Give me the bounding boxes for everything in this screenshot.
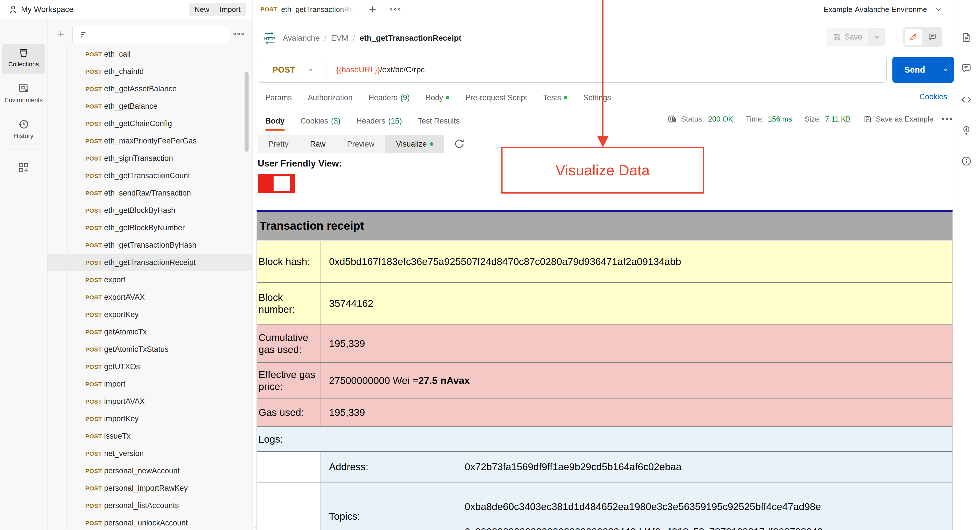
request-tab-authorization[interactable]: Authorization <box>308 93 353 102</box>
request-name: exportAVAX <box>104 293 145 302</box>
save-options-button[interactable] <box>869 28 885 46</box>
tab-more-options-icon[interactable] <box>389 7 402 11</box>
time-value[interactable]: 156 ms <box>768 115 792 123</box>
environments-icon[interactable] <box>0 82 47 94</box>
sidebar-item-personal-listaccounts[interactable]: POSTpersonal_listAccounts <box>48 497 252 514</box>
sidebar-item-eth-getassetbalance[interactable]: POSTeth_getAssetBalance <box>48 80 252 97</box>
sidebar-item-importavax[interactable]: POSTimportAVAX <box>48 393 252 410</box>
new-button[interactable]: New <box>189 3 215 16</box>
response-tab-test-results[interactable]: Test Results <box>418 110 460 131</box>
collections-icon[interactable] <box>0 47 47 59</box>
sidebar-item-issuetx[interactable]: POSTissueTx <box>48 428 252 445</box>
sidebar-item-eth-getbalance[interactable]: POSTeth_getBalance <box>48 97 252 115</box>
sidebar-item-personal-unlockaccount[interactable]: POSTpersonal_unlockAccount <box>48 514 252 530</box>
tab-label: Params <box>265 93 292 102</box>
documentation-icon[interactable] <box>961 32 972 43</box>
rail-item-environments[interactable]: Environments <box>0 96 47 104</box>
method-chevron-icon[interactable] <box>307 66 314 73</box>
sidebar-item-personal-newaccount[interactable]: POSTpersonal_newAccount <box>48 462 252 480</box>
request-tab-body[interactable]: Body <box>426 93 450 102</box>
sidebar-item-personal-importrawkey[interactable]: POSTpersonal_importRawKey <box>48 480 252 497</box>
url-input[interactable]: {{baseURL}}/ext/bc/C/rpc <box>336 65 425 74</box>
sidebar-item-export[interactable]: POSTexport <box>48 271 252 289</box>
sidebar-item-eth-gettransactionreceipt[interactable]: POSTeth_getTransactionReceipt <box>48 254 252 271</box>
sidebar-item-eth-gettransactioncount[interactable]: POSTeth_getTransactionCount <box>48 167 252 184</box>
send-options-button[interactable] <box>937 57 954 83</box>
sidebar-item-eth-gettransactionbyhash[interactable]: POSTeth_getTransactionByHash <box>48 236 252 254</box>
sidebar-item-exportavax[interactable]: POSTexportAVAX <box>48 289 252 306</box>
view-tab-preview[interactable]: Preview <box>336 135 385 153</box>
edit-documentation-button[interactable] <box>905 29 922 45</box>
tab-label: Test Results <box>418 117 460 126</box>
modified-dot <box>564 96 567 99</box>
comments-panel-icon[interactable] <box>961 62 972 74</box>
sidebar-item-eth-getchainconfig[interactable]: POSTeth_getChainConfig <box>48 115 252 132</box>
sidebar-item-getatomictxstatus[interactable]: POSTgetAtomicTxStatus <box>48 341 252 358</box>
method-badge: POST <box>85 485 104 492</box>
size-value[interactable]: 7.11 KB <box>825 115 851 123</box>
request-list: POSTeth_callPOSTeth_chainIdPOSTeth_getAs… <box>48 46 252 530</box>
tab-label: Body <box>265 117 285 126</box>
open-request-tab[interactable]: POST eth_getTransactionRece <box>253 0 357 19</box>
response-tab-body[interactable]: Body <box>265 110 285 131</box>
request-tab-tests[interactable]: Tests <box>543 93 567 102</box>
breadcrumb-request-name[interactable]: eth_getTransactionReceipt <box>360 34 461 43</box>
code-snippet-icon[interactable] <box>961 94 972 105</box>
request-info-lightbulb-icon[interactable] <box>961 124 972 136</box>
add-request-icon[interactable] <box>56 29 66 39</box>
info-icon[interactable] <box>961 155 972 167</box>
tab-label: Preview <box>347 140 375 148</box>
environment-selector[interactable]: Example-Avalanche-Environme <box>824 0 942 19</box>
sidebar-item-eth-maxpriorityfeepergas[interactable]: POSTeth_maxPriorityFeePerGas <box>48 132 252 150</box>
request-name: net_version <box>104 449 144 458</box>
sidebar-item-eth-call[interactable]: POSTeth_call <box>48 46 252 63</box>
rail-item-history[interactable]: History <box>0 132 47 140</box>
new-tab-icon[interactable] <box>368 4 378 14</box>
method-selector[interactable]: POST <box>272 65 295 75</box>
sidebar-item-eth-getblockbyhash[interactable]: POSTeth_getBlockByHash <box>48 202 252 219</box>
import-button[interactable]: Import <box>214 3 246 16</box>
method-badge: POST <box>85 242 104 249</box>
sidebar-item-import[interactable]: POSTimport <box>48 375 252 393</box>
sidebar-item-exportkey[interactable]: POSTexportKey <box>48 306 252 323</box>
sidebar-more-options-icon[interactable] <box>232 32 245 36</box>
view-tab-raw[interactable]: Raw <box>299 135 336 153</box>
breadcrumb-collection[interactable]: Avalanche <box>283 34 320 43</box>
sidebar-filter-input[interactable] <box>72 26 229 43</box>
rail-item-collections[interactable]: Collections <box>0 61 47 68</box>
sidebar-item-importkey[interactable]: POSTimportKey <box>48 410 252 428</box>
sidebar-item-net-version[interactable]: POSTnet_version <box>48 445 252 462</box>
comments-button[interactable] <box>923 29 941 45</box>
receipt-field-label: Block number: <box>257 283 321 324</box>
response-tab-cookies[interactable]: Cookies(3) <box>301 110 341 131</box>
refresh-icon[interactable] <box>453 138 465 150</box>
request-tab-params[interactable]: Params <box>265 93 292 102</box>
sidebar-item-eth-chainid[interactable]: POSTeth_chainId <box>48 63 252 80</box>
request-tab-headers[interactable]: Headers(9) <box>369 93 410 102</box>
log-row-topics: Topics:0xba8de60c3403ec381d1d484652ea198… <box>257 482 952 530</box>
globe-lock-icon[interactable] <box>667 114 677 124</box>
sidebar-item-eth-getblockbynumber[interactable]: POSTeth_getBlockByNumber <box>48 219 252 236</box>
user-icon[interactable] <box>7 4 19 15</box>
view-tab-pretty[interactable]: Pretty <box>258 135 299 153</box>
save-button[interactable]: Save <box>826 28 869 46</box>
more-tools-icon[interactable] <box>0 161 47 174</box>
response-more-options-icon[interactable] <box>941 117 953 121</box>
request-tab-settings[interactable]: Settings <box>583 93 611 102</box>
sidebar-item-eth-signtransaction[interactable]: POSTeth_signTransaction <box>48 150 252 167</box>
receipt-table-title: Transaction receipt <box>257 212 952 240</box>
cookies-link[interactable]: Cookies <box>920 93 947 101</box>
history-icon[interactable] <box>0 118 47 130</box>
sidebar-item-getutxos[interactable]: POSTgetUTXOs <box>48 358 252 375</box>
breadcrumb-folder[interactable]: EVM <box>331 34 348 43</box>
user-friendly-view-toggle[interactable] <box>258 174 295 193</box>
send-button[interactable]: Send <box>892 57 937 83</box>
sidebar-item-eth-sendrawtransaction[interactable]: POSTeth_sendRawTransaction <box>48 184 252 202</box>
view-tab-visualize[interactable]: Visualize <box>385 135 444 153</box>
request-tab-pre-request-script[interactable]: Pre-request Script <box>465 93 527 102</box>
sidebar-item-getatomictx[interactable]: POSTgetAtomicTx <box>48 323 252 341</box>
save-as-example-button[interactable]: Save as Example <box>876 115 933 123</box>
response-tab-headers[interactable]: Headers(15) <box>356 110 402 131</box>
status-value[interactable]: 200 OK <box>708 115 733 123</box>
workspace-title[interactable]: My Workspace <box>21 5 74 14</box>
